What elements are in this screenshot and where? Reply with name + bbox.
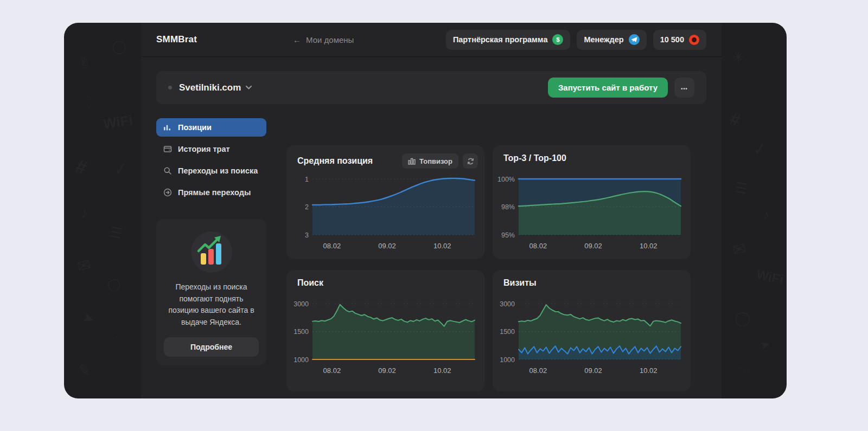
sidebar-item-label: История трат [178,145,230,153]
promo-card: Переходы из поиска помогают поднять пози… [156,219,266,365]
domain-selector[interactable]: Svetilniki.com [179,82,252,93]
visits-chart: 30001500100008.0209.0210.02 [497,296,686,389]
svg-text:1: 1 [305,176,309,183]
manager-button[interactable]: Менеждер [577,30,646,50]
svg-text:95%: 95% [501,231,515,239]
refresh-icon [467,157,475,165]
sidebar-item-label: Прямые переходы [178,188,251,197]
partner-program-label: Партнёрская программа [453,35,548,44]
svg-text:3000: 3000 [293,300,309,308]
back-to-domains-link[interactable]: ← Мои домены [293,35,354,44]
sidebar-nav: Позиции История трат Переходы из поиска … [156,118,266,205]
telegram-icon [629,34,640,45]
sidebar-item-spend-history[interactable]: История трат [156,140,266,158]
search-chart: 30001500100008.0209.0210.02 [291,296,480,389]
svg-text:08.02: 08.02 [323,242,341,250]
sidebar-item-direct-traffic[interactable]: Прямые переходы [156,183,266,202]
charts-grid: Средняя позиция Топвизор 12308.0209.0210… [286,145,691,391]
svg-text:08.02: 08.02 [529,366,547,375]
more-dots-icon: ••• [681,86,687,92]
svg-text:100%: 100% [497,176,515,183]
promo-text: Переходы из поиска помогают поднять пози… [164,281,259,329]
svg-text:1000: 1000 [500,356,515,364]
sidebar-item-label: Переходы из поиска [178,166,258,175]
wallet-icon [163,145,172,154]
svg-text:3000: 3000 [500,300,515,308]
dollar-icon: $ [552,34,563,45]
manager-label: Менеждер [584,35,623,44]
domain-status-dot [168,86,172,89]
balance-amount: 10 500 [660,35,684,44]
arrow-circle-icon [163,188,172,197]
svg-text:1000: 1000 [293,356,309,364]
topvisor-badge[interactable]: Топвизор [402,153,458,169]
chart-title: Визиты [503,278,537,288]
chart-title: Top-3 / Top-100 [503,153,566,163]
coin-icon [689,35,699,45]
domain-actions: Запустить сайт в работу ••• [548,78,694,98]
visits-card: Визиты 30001500100008.0209.0210.02 [493,270,691,391]
partner-program-button[interactable]: Партнёрская программа $ [446,30,571,50]
svg-text:08.02: 08.02 [323,366,341,375]
svg-text:10.02: 10.02 [640,366,658,375]
launch-site-button[interactable]: Запустить сайт в работу [548,78,668,98]
app-window: ✌◯♡WiFi#✓♪☰✉◯➤♡✎✳♡#✓☰♪✉WiFi◯➤♡ SMMBrat ←… [64,23,787,398]
balance-badge[interactable]: 10 500 [653,30,706,50]
sidebar-item-search-traffic[interactable]: Переходы из поиска [156,162,266,180]
svg-text:1500: 1500 [293,328,309,336]
svg-text:10.02: 10.02 [433,242,451,250]
svg-text:08.02: 08.02 [529,242,547,250]
chart-title: Средняя позиция [297,156,373,166]
chart-title: Поиск [297,278,323,288]
refresh-button[interactable] [463,153,478,169]
top-header: SMMBrat ← Мои домены Партнёрская програм… [141,23,722,57]
avg-position-chart: 12308.0209.0210.02 [291,171,480,257]
back-link-label: Мои домены [306,35,354,44]
svg-text:09.02: 09.02 [378,242,396,250]
domain-bar: Svetilniki.com Запустить сайт в работу •… [156,71,706,104]
svg-text:2: 2 [305,203,309,211]
domain-name-label: Svetilniki.com [179,82,241,93]
search-card: Поиск 30001500100008.0209.0210.02 [286,270,484,391]
top3-top100-chart: 100%98%95%08.0209.0210.02 [497,171,686,257]
sidebar-item-positions[interactable]: Позиции [156,118,266,137]
mini-bars-icon [408,158,416,165]
header-actions: Партнёрская программа $ Менеждер 10 500 [446,30,706,50]
back-arrow-icon: ← [293,35,301,44]
growth-chart-icon [190,231,233,273]
svg-text:1500: 1500 [500,328,515,336]
more-options-button[interactable]: ••• [674,78,694,98]
svg-text:09.02: 09.02 [378,366,396,375]
svg-text:10.02: 10.02 [433,366,451,375]
brand-logo: SMMBrat [156,34,197,45]
svg-text:3: 3 [305,231,309,239]
bar-chart-icon [163,123,172,132]
svg-text:98%: 98% [501,203,515,211]
topvisor-label: Топвизор [419,157,452,165]
search-icon [163,166,172,176]
svg-text:09.02: 09.02 [584,366,602,375]
app-surface: SMMBrat ← Мои домены Партнёрская програм… [141,23,722,398]
promo-details-button[interactable]: Подробнее [164,337,259,357]
svg-text:09.02: 09.02 [584,242,602,250]
top3-top100-card: Top-3 / Top-100 100%98%95%08.0209.0210.0… [493,145,691,259]
chevron-down-icon [246,86,252,89]
sidebar-item-label: Позиции [178,123,212,132]
svg-text:10.02: 10.02 [640,242,658,250]
avg-position-card: Средняя позиция Топвизор 12308.0209.0210… [286,145,484,259]
